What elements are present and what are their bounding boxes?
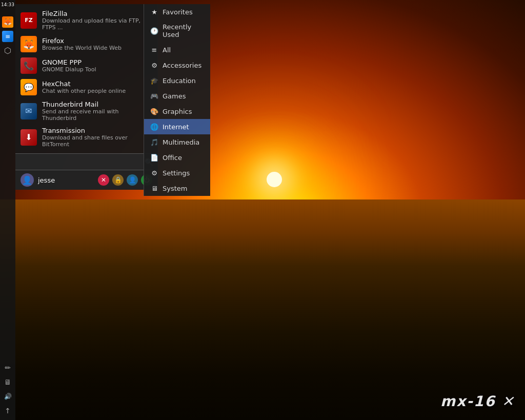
taskbar-firefox-icon[interactable]: 🦊 — [2, 16, 13, 28]
search-bar: 🔍 — [15, 153, 157, 170]
app-icon-filezilla: FZ — [21, 12, 37, 29]
category-accessories[interactable]: ⚙ Accessories — [144, 57, 210, 73]
categories-menu: ★ Favorites 🕐 Recently Used ≡ All ⚙ Acce… — [144, 4, 210, 196]
app-name-gnomeppp: GNOME PPP — [42, 58, 96, 66]
category-system[interactable]: 🖥 System — [144, 181, 210, 196]
taskbar-volume-icon[interactable]: 🔊 — [2, 391, 13, 402]
category-education[interactable]: 🎓 Education — [144, 73, 210, 88]
desktop: mx-16 ✕ 14:33 🦊 ≡ ⬡ ✏ 🖥 🔊 ↑ — [0, 0, 525, 420]
taskbar: 14:33 🦊 ≡ ⬡ ✏ 🖥 🔊 ↑ — [0, 0, 15, 420]
app-info-gnomeppp: GNOME PPP GNOME Dialup Tool — [42, 58, 96, 73]
user-bar: 👤 jesse ✕ 🔒 👤 ⏻ — [15, 170, 157, 190]
category-games[interactable]: 🎮 Games — [144, 88, 210, 104]
cat-icon-multimedia: 🎵 — [150, 138, 158, 146]
category-graphics[interactable]: 🎨 Graphics — [144, 104, 210, 119]
taskbar-arrow-icon[interactable]: ↑ — [2, 405, 13, 416]
app-icon-hexchat: 💬 — [21, 79, 37, 95]
app-desc-filezilla: Download and upload files via FTP, FTPS … — [42, 17, 152, 31]
cat-icon-recently-used: 🕐 — [150, 27, 158, 35]
app-icon-transmission: ⬇ — [21, 129, 37, 146]
taskbar-time: 14:33 — [0, 0, 15, 10]
app-icon-thunderbird: ✉ — [21, 103, 37, 119]
search-input[interactable] — [19, 156, 142, 168]
cat-label-office: Office — [163, 154, 182, 162]
cat-icon-accessories: ⚙ — [150, 61, 158, 69]
lock-icon[interactable]: 🔒 — [112, 174, 124, 186]
taskbar-cube-icon[interactable]: ⬡ — [2, 45, 13, 56]
app-item-hexchat[interactable]: 💬 HexChat Chat with other people online — [15, 76, 157, 98]
app-icon-firefox: 🦊 — [21, 36, 37, 52]
cat-icon-favorites: ★ — [150, 8, 158, 16]
app-item-filezilla[interactable]: FZ FileZilla Download and upload files v… — [15, 7, 157, 33]
category-internet[interactable]: 🌐 Internet — [144, 119, 210, 134]
app-menu-panel: FZ FileZilla Download and upload files v… — [15, 4, 158, 190]
app-name-firefox: Firefox — [42, 37, 122, 45]
cat-label-games: Games — [163, 92, 186, 100]
app-info-filezilla: FileZilla Download and upload files via … — [42, 10, 152, 31]
app-desc-gnomeppp: GNOME Dialup Tool — [42, 66, 96, 73]
app-name-thunderbird: Thunderbird Mail — [42, 101, 152, 108]
cat-label-multimedia: Multimedia — [163, 138, 199, 146]
category-recently-used[interactable]: 🕐 Recently Used — [144, 19, 210, 42]
app-item-firefox[interactable]: 🦊 Firefox Browse the World Wide Web — [15, 33, 157, 55]
cat-label-internet: Internet — [163, 123, 189, 131]
cat-icon-education: 🎓 — [150, 76, 158, 85]
app-info-hexchat: HexChat Chat with other people online — [42, 80, 126, 94]
cat-icon-all: ≡ — [150, 46, 158, 54]
cat-label-accessories: Accessories — [163, 62, 201, 69]
cat-label-recently-used: Recently Used — [163, 23, 204, 38]
cat-label-settings: Settings — [163, 169, 190, 177]
app-name-filezilla: FileZilla — [42, 10, 152, 17]
cat-icon-graphics: 🎨 — [150, 107, 158, 115]
category-settings[interactable]: ⚙ Settings — [144, 165, 210, 181]
taskbar-files-icon[interactable]: ≡ — [2, 31, 13, 42]
app-desc-hexchat: Chat with other people online — [42, 88, 126, 94]
user-name: jesse — [38, 176, 94, 184]
user-avatar: 👤 — [21, 173, 34, 187]
category-office[interactable]: 📄 Office — [144, 150, 210, 165]
cat-icon-system: 🖥 — [150, 184, 158, 192]
taskbar-pencil-icon[interactable]: ✏ — [2, 362, 13, 373]
app-desc-firefox: Browse the World Wide Web — [42, 45, 122, 51]
app-info-transmission: Transmission Download and share files ov… — [42, 127, 152, 148]
app-info-firefox: Firefox Browse the World Wide Web — [42, 37, 122, 51]
mx-icon[interactable]: ✕ — [98, 174, 109, 186]
cat-icon-settings: ⚙ — [150, 169, 158, 177]
cat-label-system: System — [163, 185, 187, 192]
cat-icon-office: 📄 — [150, 153, 158, 162]
app-info-thunderbird: Thunderbird Mail Send and receive mail w… — [42, 101, 152, 122]
app-name-transmission: Transmission — [42, 127, 152, 134]
category-all[interactable]: ≡ All — [144, 42, 210, 57]
ocean — [0, 199, 525, 420]
user-switch-icon[interactable]: 👤 — [127, 174, 138, 186]
cat-icon-internet: 🌐 — [150, 123, 158, 131]
app-desc-transmission: Download and share files over BitTorrent — [42, 134, 152, 148]
cat-label-graphics: Graphics — [163, 108, 192, 115]
taskbar-monitor-icon[interactable]: 🖥 — [2, 376, 13, 388]
app-icon-gnomeppp: 📞 — [21, 57, 37, 74]
app-item-thunderbird[interactable]: ✉ Thunderbird Mail Send and receive mail… — [15, 98, 157, 124]
app-list: FZ FileZilla Download and upload files v… — [15, 4, 157, 153]
cat-icon-games: 🎮 — [150, 92, 158, 100]
app-item-transmission[interactable]: ⬇ Transmission Download and share files … — [15, 124, 157, 150]
cat-label-favorites: Favorites — [163, 8, 193, 16]
mx-logo: mx-16 ✕ — [440, 393, 515, 410]
app-name-hexchat: HexChat — [42, 80, 126, 88]
taskbar-bottom-area: ✏ 🖥 🔊 ↑ — [2, 361, 13, 420]
category-favorites[interactable]: ★ Favorites — [144, 4, 210, 19]
sun — [267, 172, 282, 187]
cat-label-education: Education — [163, 77, 196, 85]
app-desc-thunderbird: Send and receive mail with Thunderbird — [42, 108, 152, 122]
category-multimedia[interactable]: 🎵 Multimedia — [144, 134, 210, 150]
cat-label-all: All — [163, 46, 171, 54]
app-item-gnomeppp[interactable]: 📞 GNOME PPP GNOME Dialup Tool — [15, 55, 157, 76]
